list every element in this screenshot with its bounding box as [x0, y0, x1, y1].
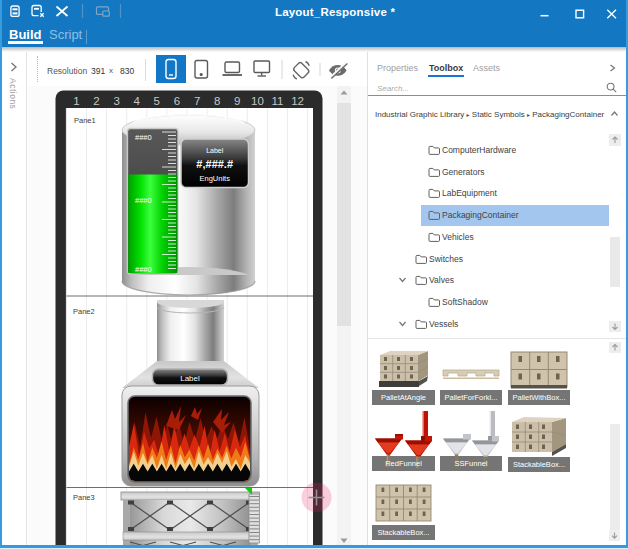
svg-text:1: 1 — [73, 95, 79, 107]
svg-text:5: 5 — [154, 95, 160, 107]
svg-text:10: 10 — [251, 95, 264, 107]
svg-text:12: 12 — [291, 95, 304, 107]
svg-text:3: 3 — [113, 95, 119, 107]
svg-text:9: 9 — [234, 95, 240, 107]
svg-text:8: 8 — [214, 95, 220, 107]
svg-text:###0: ###0 — [135, 265, 152, 274]
svg-text:Pane2: Pane2 — [73, 307, 95, 316]
svg-text:#,###.#: #,###.# — [196, 158, 233, 170]
svg-text:Label: Label — [180, 374, 200, 383]
svg-text:2: 2 — [93, 95, 99, 107]
svg-text:6: 6 — [174, 95, 180, 107]
svg-text:7: 7 — [194, 95, 200, 107]
svg-text:###0: ###0 — [135, 133, 152, 142]
svg-text:Pane3: Pane3 — [73, 493, 95, 502]
svg-text:###0: ###0 — [135, 196, 152, 205]
svg-text:Label: Label — [206, 147, 224, 154]
svg-text:4: 4 — [134, 95, 141, 107]
svg-text:11: 11 — [272, 95, 284, 107]
svg-text:EngUnits: EngUnits — [199, 174, 230, 183]
svg-text:Pane1: Pane1 — [74, 116, 96, 125]
